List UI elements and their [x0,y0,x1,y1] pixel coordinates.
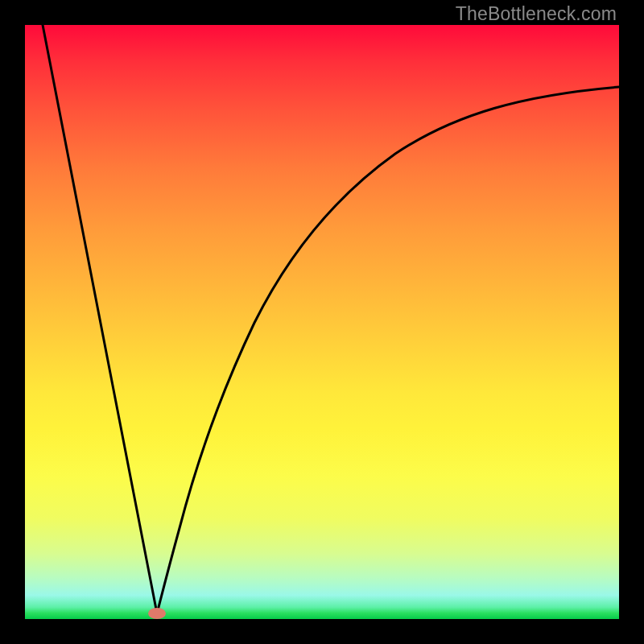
curve-path [43,25,619,613]
chart-frame: TheBottleneck.com [0,0,644,644]
minimum-marker [148,608,166,619]
watermark-text: TheBottleneck.com [456,3,617,25]
plot-outer [25,25,619,619]
curve-svg [25,25,619,619]
